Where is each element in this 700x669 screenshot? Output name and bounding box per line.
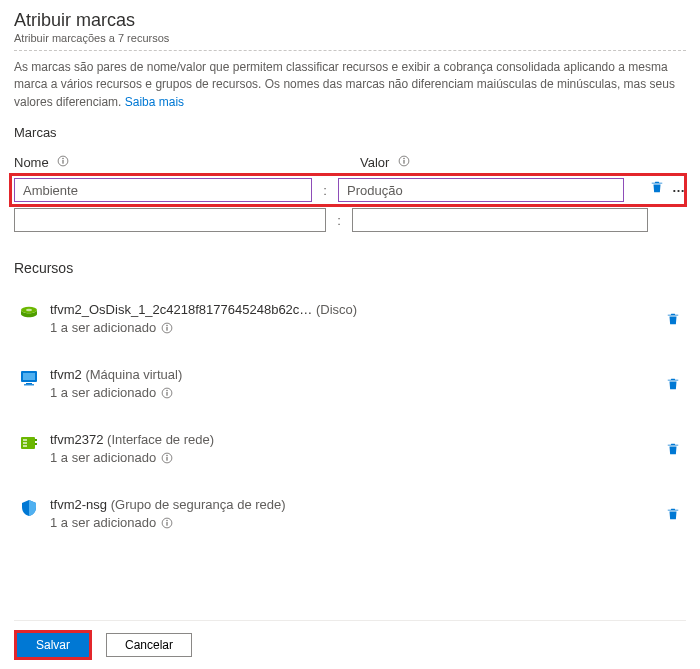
svg-point-5: [403, 158, 404, 159]
tag-name-input[interactable]: [14, 208, 326, 232]
resource-list: tfvm2_OsDisk_1_2c4218f8177645248b62c… (D…: [14, 280, 686, 620]
tag-name-input[interactable]: [14, 178, 312, 202]
svg-rect-13: [26, 383, 32, 384]
info-icon[interactable]: [56, 154, 70, 168]
shield-icon: [18, 497, 40, 519]
cancel-button[interactable]: Cancelar: [106, 633, 192, 657]
svg-point-29: [167, 519, 168, 520]
delete-resource-icon[interactable]: [666, 377, 680, 394]
svg-rect-16: [167, 392, 168, 396]
tag-colon: :: [318, 183, 332, 198]
tag-value-input[interactable]: [352, 208, 648, 232]
resource-status: 1 a ser adicionado: [50, 320, 682, 335]
delete-resource-icon[interactable]: [666, 442, 680, 459]
svg-rect-23: [35, 443, 37, 445]
info-icon[interactable]: [160, 321, 174, 335]
resource-name: tfvm2 (Máquina virtual): [50, 367, 682, 382]
tag-colon: :: [332, 213, 346, 228]
save-highlight: Salvar: [14, 630, 92, 660]
svg-rect-21: [23, 445, 27, 447]
resource-status: 1 a ser adicionado: [50, 450, 682, 465]
blade-footer: Salvar Cancelar: [14, 620, 686, 669]
svg-rect-22: [35, 439, 37, 441]
svg-point-7: [26, 309, 32, 311]
svg-point-17: [167, 389, 168, 390]
delete-tag-icon[interactable]: [648, 178, 666, 196]
learn-more-link[interactable]: Saiba mais: [125, 95, 184, 109]
resource-item: tfvm2_OsDisk_1_2c4218f8177645248b62c… (D…: [14, 280, 686, 345]
tag-row-actions: …: [648, 178, 688, 196]
info-icon[interactable]: [160, 516, 174, 530]
svg-rect-9: [167, 327, 168, 331]
tag-row: :: [14, 208, 686, 232]
resource-name: tfvm2_OsDisk_1_2c4218f8177645248b62c… (D…: [50, 302, 682, 317]
vm-icon: [18, 367, 40, 389]
description-body: As marcas são pares de nome/valor que pe…: [14, 60, 675, 109]
blade-title: Atribuir marcas: [14, 10, 686, 31]
svg-point-26: [167, 454, 168, 455]
resource-name: tfvm2372 (Interface de rede): [50, 432, 682, 447]
tag-row: :: [10, 174, 686, 206]
resource-name: tfvm2-nsg (Grupo de segurança de rede): [50, 497, 682, 512]
info-icon[interactable]: [397, 154, 411, 168]
delete-resource-icon[interactable]: [666, 312, 680, 329]
blade-header: Atribuir marcas Atribuir marcações a 7 r…: [14, 10, 686, 51]
tags-section-label: Marcas: [14, 125, 686, 140]
svg-rect-4: [403, 160, 404, 164]
resource-item: tfvm2372 (Interface de rede) 1 a ser adi…: [14, 410, 686, 475]
svg-point-10: [167, 324, 168, 325]
resource-status: 1 a ser adicionado: [50, 515, 682, 530]
info-icon[interactable]: [160, 386, 174, 400]
svg-rect-14: [24, 384, 34, 385]
svg-rect-12: [23, 373, 35, 380]
svg-rect-28: [167, 522, 168, 526]
tag-value-input[interactable]: [338, 178, 624, 202]
blade-subtitle: Atribuir marcações a 7 recursos: [14, 32, 686, 44]
tag-name-label: Nome: [14, 155, 49, 170]
svg-rect-1: [63, 160, 64, 164]
more-icon[interactable]: …: [670, 178, 688, 196]
resources-section-label: Recursos: [14, 260, 686, 276]
description-text: As marcas são pares de nome/valor que pe…: [14, 51, 686, 121]
save-button[interactable]: Salvar: [17, 633, 89, 657]
svg-point-2: [63, 158, 64, 159]
svg-rect-19: [23, 439, 27, 441]
tag-value-label: Valor: [360, 155, 389, 170]
svg-rect-25: [167, 457, 168, 461]
delete-resource-icon[interactable]: [666, 507, 680, 524]
nic-icon: [18, 432, 40, 454]
tag-rows: : … :: [14, 174, 686, 238]
disk-icon: [18, 302, 40, 324]
tag-column-headers: Nome Valor: [14, 154, 686, 170]
resource-item: tfvm2-nsg (Grupo de segurança de rede) 1…: [14, 475, 686, 540]
info-icon[interactable]: [160, 451, 174, 465]
resource-status: 1 a ser adicionado: [50, 385, 682, 400]
resource-item: tfvm2 (Máquina virtual) 1 a ser adiciona…: [14, 345, 686, 410]
svg-rect-20: [23, 442, 27, 444]
